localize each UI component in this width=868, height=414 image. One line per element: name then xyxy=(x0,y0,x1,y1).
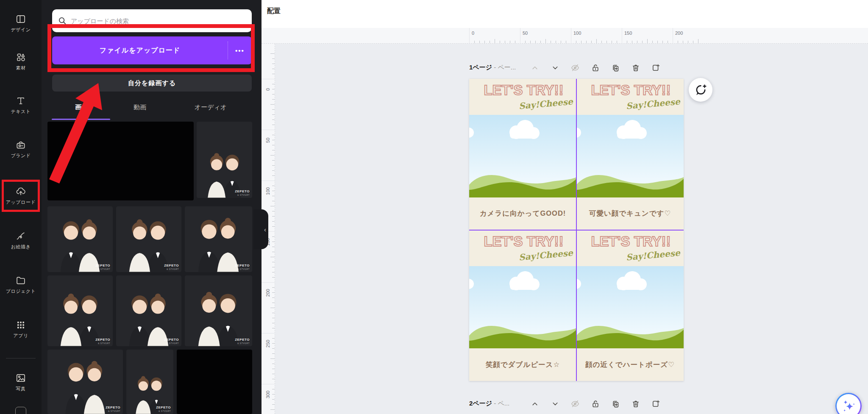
lock-open-icon xyxy=(591,63,600,72)
sidebar-item-projects[interactable]: プロジェクト xyxy=(0,268,42,301)
script-text: Say!Cheese xyxy=(626,96,680,111)
chevron-down-button[interactable] xyxy=(551,63,561,73)
ruler-tick xyxy=(272,389,275,389)
canvas-topbar: 配置 xyxy=(262,0,868,28)
upload-thumbnail-black[interactable] xyxy=(177,350,252,414)
panel-collapse-handle[interactable]: ‹ xyxy=(253,209,268,249)
ruler-tick xyxy=(627,41,627,43)
trash-button[interactable] xyxy=(631,63,641,73)
caption-text: カメラに向かってGOOD! xyxy=(480,209,566,218)
upload-thumbnail-couple[interactable]: ZEPETO& STVGRT xyxy=(116,206,181,272)
design-icon xyxy=(15,14,26,25)
tab-videos[interactable]: 動画 xyxy=(134,103,146,114)
ruler-tick xyxy=(540,41,541,43)
sidebar-item-brand[interactable]: ブランド xyxy=(0,133,42,166)
ruler-tick xyxy=(601,41,602,43)
record-yourself-button[interactable]: 自分を録画する xyxy=(52,75,252,92)
sidebar: デザイン素材テキストブランドアップロードお絵描きプロジェクトアプリ写真 xyxy=(0,0,42,414)
upload-thumbnail-couple[interactable]: ZEPETO& STVGRT xyxy=(47,350,123,414)
position-label[interactable]: 配置 xyxy=(267,7,281,16)
ruler-tick xyxy=(272,211,275,211)
sidebar-item-photos[interactable]: 写真 xyxy=(0,366,42,399)
add-page-button[interactable] xyxy=(651,63,661,73)
ruler-tick xyxy=(683,41,683,43)
more-options-icon[interactable]: ••• xyxy=(228,47,252,54)
search-box[interactable] xyxy=(52,9,252,32)
ruler-tick xyxy=(272,201,275,201)
headline-text: LET'S TRY!! xyxy=(472,233,576,250)
ruler-tick xyxy=(515,41,515,43)
text-icon xyxy=(15,95,26,106)
ruler-tick xyxy=(272,399,275,400)
trash-icon xyxy=(631,63,640,72)
tab-images[interactable]: 画像 xyxy=(75,103,88,114)
upload-thumbnail-black[interactable] xyxy=(47,122,194,200)
sidebar-item-elements[interactable]: 素材 xyxy=(0,45,42,78)
lock-open-button[interactable] xyxy=(591,63,601,73)
sidebar-item-apps[interactable]: アプリ xyxy=(0,313,42,346)
ruler-tick xyxy=(576,41,576,43)
upload-thumbnail-couple[interactable]: ZEPETO& STVGRT xyxy=(185,206,252,272)
caption-text: 顔の近くでハートポーズ♡ xyxy=(585,360,675,370)
chevron-up-button[interactable] xyxy=(530,399,540,409)
ruler-tick xyxy=(272,89,275,89)
elements-icon xyxy=(15,52,26,63)
design-cell-3[interactable]: LET'S TRY!!Say!Cheese笑顔でダブルピース☆ xyxy=(469,230,576,381)
ruler-tick xyxy=(272,272,275,272)
ruler-tick xyxy=(561,41,561,43)
sidebar-item-text[interactable]: テキスト xyxy=(0,89,42,122)
upload-thumbnail-couple[interactable]: ZEPETO& STVGRT xyxy=(197,122,252,198)
tab-audio[interactable]: オーディオ xyxy=(195,103,227,114)
upload-thumbnail-couple[interactable]: ZEPETO& STVGRT xyxy=(47,206,113,272)
ruler-tick xyxy=(272,135,275,135)
comment-refresh-button[interactable] xyxy=(689,78,712,102)
upload-icon xyxy=(15,186,26,197)
canva-assistant-button[interactable] xyxy=(835,393,862,414)
projects-icon xyxy=(15,275,26,286)
chevron-down-button[interactable] xyxy=(551,399,561,409)
ruler-tick xyxy=(272,318,275,318)
ruler-label: 200 xyxy=(265,284,271,301)
page-title[interactable]: 2ページ - ペ... xyxy=(469,400,509,408)
design-cell-4[interactable]: LET'S TRY!!Say!Cheese顔の近くでハートポーズ♡ xyxy=(576,230,684,381)
sidebar-item-design[interactable]: デザイン xyxy=(0,7,42,40)
sidebar-item-draw[interactable]: お絵描き xyxy=(0,224,42,257)
duplicate-icon xyxy=(611,399,620,408)
ruler-tick xyxy=(270,206,275,206)
ruler-tick xyxy=(484,41,485,43)
upload-file-button[interactable]: ファイルをアップロード ••• xyxy=(52,36,252,64)
design-page-1[interactable]: LET'S TRY!!Say!Cheeseカメラに向かってGOOD!LET'S … xyxy=(469,79,684,381)
upload-thumbnail-couple[interactable]: ZEPETO& STVGRT xyxy=(47,275,113,346)
ruler-tick xyxy=(270,155,275,156)
ruler-tick xyxy=(270,409,275,410)
design-cell-2[interactable]: LET'S TRY!!Say!Cheese可愛い顔でキュンです♡ xyxy=(576,79,684,230)
trash-button[interactable] xyxy=(631,399,641,409)
lock-open-button[interactable] xyxy=(591,399,601,409)
page-title[interactable]: 1ページ - ペー... xyxy=(469,64,516,72)
upload-thumbnail-couple[interactable]: ZEPETO& STVGRT xyxy=(116,275,181,346)
sidebar-item-uploads[interactable]: アップロード xyxy=(0,179,42,212)
ruler-tick xyxy=(535,41,536,43)
upload-thumbnail-couple[interactable]: ZEPETO& STVGRT xyxy=(185,275,252,346)
ruler-tick xyxy=(272,84,275,84)
duplicate-button[interactable] xyxy=(611,63,621,73)
upload-thumbnail-couple[interactable]: ZEPETO& STVGRT xyxy=(126,350,173,414)
ruler-tick xyxy=(272,348,275,349)
search-input[interactable] xyxy=(71,17,246,25)
ruler-tick xyxy=(606,41,607,43)
ruler-tick xyxy=(688,41,688,43)
ruler-tick xyxy=(272,369,275,369)
uploads-panel: ファイルをアップロード ••• 自分を録画する 画像動画オーディオ ZEPETO… xyxy=(42,0,262,414)
ruler-tick xyxy=(272,145,275,145)
duplicate-button[interactable] xyxy=(611,399,621,409)
script-text: Say!Cheese xyxy=(518,96,573,111)
sidebar-item-partial-icon[interactable] xyxy=(15,407,26,414)
design-cell-1[interactable]: LET'S TRY!!Say!Cheeseカメラに向かってGOOD! xyxy=(469,79,576,230)
add-page-button[interactable] xyxy=(651,399,661,409)
cell-caption: カメラに向かってGOOD! xyxy=(469,197,576,230)
ruler-tick xyxy=(272,236,275,237)
sidebar-divider xyxy=(6,358,36,358)
ruler-tick xyxy=(272,262,275,262)
ruler-tick xyxy=(272,109,275,110)
ruler-tick xyxy=(698,39,698,43)
